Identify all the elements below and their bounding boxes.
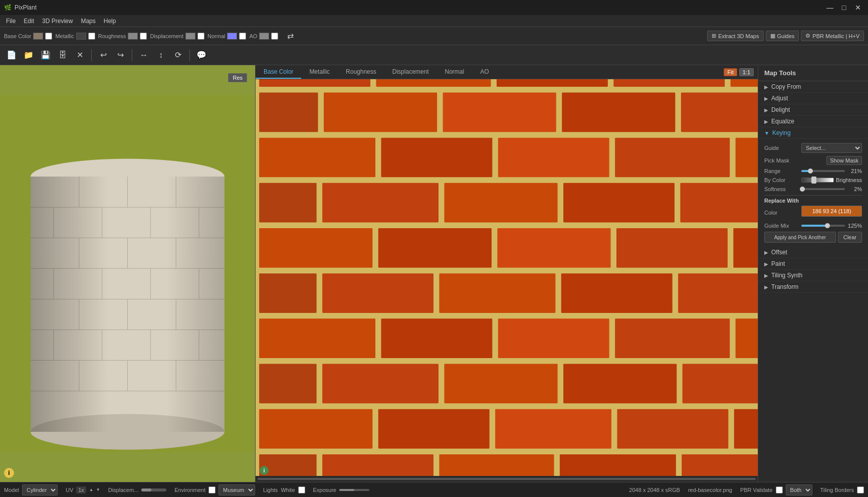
menu-help[interactable]: Help bbox=[100, 17, 120, 26]
displacement-swatch[interactable] bbox=[185, 33, 195, 40]
minimize-button[interactable]: — bbox=[824, 3, 836, 13]
roughness-checkbox[interactable] bbox=[140, 33, 147, 40]
h-scrollbar[interactable] bbox=[258, 478, 756, 480]
transform-section[interactable]: ▶ Transform bbox=[758, 281, 868, 293]
range-slider-thumb[interactable] bbox=[808, 169, 813, 174]
adjust-section[interactable]: ▶ Adjust bbox=[758, 93, 868, 104]
comment-button[interactable]: 💬 bbox=[194, 48, 209, 63]
new-file-button[interactable]: 📄 bbox=[4, 48, 19, 63]
displacement-checkbox[interactable] bbox=[197, 33, 204, 40]
adjust-label: Adjust bbox=[771, 95, 788, 102]
lights-checkbox[interactable] bbox=[298, 486, 305, 493]
base-color-swatch[interactable] bbox=[33, 33, 43, 40]
base-color-checkbox[interactable] bbox=[45, 33, 52, 40]
exposure-slider[interactable] bbox=[339, 489, 369, 491]
menubar: File Edit 3D Preview Maps Help bbox=[0, 15, 868, 27]
open-folder-button[interactable]: 📁 bbox=[21, 48, 36, 63]
close-file-button[interactable]: ✕ bbox=[72, 48, 87, 63]
save-copy-button[interactable]: 🗄 bbox=[55, 48, 70, 63]
menu-edit[interactable]: Edit bbox=[20, 17, 38, 26]
tiling-borders-checkbox[interactable] bbox=[857, 486, 864, 493]
tab-roughness[interactable]: Roughness bbox=[338, 65, 384, 79]
keying-section-header[interactable]: ▼ Keying bbox=[758, 127, 868, 139]
rotate-button[interactable]: ⟳ bbox=[170, 48, 185, 63]
close-button[interactable]: ✕ bbox=[852, 3, 864, 13]
range-slider-track[interactable] bbox=[801, 170, 845, 172]
paint-arrow: ▶ bbox=[764, 261, 768, 267]
res-preview-button[interactable]: Res bbox=[228, 73, 247, 82]
tab-normal[interactable]: Normal bbox=[437, 65, 472, 79]
show-mask-button[interactable]: Show Mask bbox=[826, 156, 862, 165]
guide-label: Guide bbox=[764, 145, 799, 151]
metallic-swatch[interactable] bbox=[76, 33, 86, 40]
flip-vertical-button[interactable]: ↕ bbox=[153, 48, 168, 63]
guides-button[interactable]: ▦ Guides bbox=[766, 31, 799, 41]
by-color-slider[interactable] bbox=[801, 178, 834, 183]
softness-row: Softness 2% bbox=[764, 186, 862, 192]
map-canvas[interactable]: i bbox=[256, 79, 758, 482]
softness-slider-thumb[interactable] bbox=[800, 187, 805, 192]
uv-stepper-down[interactable]: ▼ bbox=[96, 487, 100, 492]
menu-3d-preview[interactable]: 3D Preview bbox=[38, 17, 77, 26]
tab-ao[interactable]: AO bbox=[472, 65, 497, 79]
tiling-synth-section[interactable]: ▶ Tiling Synth bbox=[758, 270, 868, 281]
offset-section[interactable]: ▶ Offset bbox=[758, 247, 868, 258]
guide-select[interactable]: Select... bbox=[801, 143, 862, 153]
displacement-slider[interactable] bbox=[141, 488, 166, 491]
normal-swatch[interactable] bbox=[227, 33, 237, 40]
guide-row: Guide Select... bbox=[764, 143, 862, 153]
svg-rect-73 bbox=[322, 364, 439, 404]
window-controls: — □ ✕ bbox=[824, 3, 864, 13]
guide-mix-slider-thumb[interactable] bbox=[825, 223, 830, 228]
flip-horizontal-button[interactable]: ↔ bbox=[136, 48, 151, 63]
undo-button[interactable]: ↩ bbox=[96, 48, 111, 63]
maximize-button[interactable]: □ bbox=[838, 3, 850, 13]
both-select[interactable]: Both bbox=[786, 484, 812, 495]
roughness-swatch[interactable] bbox=[128, 33, 138, 40]
uv-stepper-up[interactable]: ▲ bbox=[89, 487, 93, 492]
tab-metallic[interactable]: Metallic bbox=[301, 65, 338, 79]
menu-maps[interactable]: Maps bbox=[77, 17, 99, 26]
map-fit-button[interactable]: Fit bbox=[724, 68, 737, 76]
swap-icon[interactable]: ⇄ bbox=[285, 31, 296, 41]
pbr-validate-checkbox[interactable] bbox=[776, 486, 783, 493]
normal-checkbox[interactable] bbox=[239, 33, 246, 40]
metallic-checkbox[interactable] bbox=[88, 33, 95, 40]
menu-file[interactable]: File bbox=[2, 17, 20, 26]
environment-checkbox[interactable] bbox=[208, 486, 215, 493]
apply-pick-another-button[interactable]: Apply and Pick Another bbox=[764, 232, 836, 243]
save-button[interactable]: 💾 bbox=[38, 48, 53, 63]
extract-3d-maps-button[interactable]: ⊞ Extract 3D Maps bbox=[707, 31, 763, 41]
tab-displacement[interactable]: Displacement bbox=[384, 65, 437, 79]
filename-label: red-basecolor.png bbox=[688, 487, 732, 493]
preview-svg bbox=[0, 65, 255, 482]
redo-button[interactable]: ↪ bbox=[113, 48, 128, 63]
equalize-section[interactable]: ▶ Equalize bbox=[758, 116, 868, 127]
center-panel: Base Color Metallic Roughness Displaceme… bbox=[256, 65, 758, 482]
delight-section[interactable]: ▶ Delight bbox=[758, 104, 868, 116]
displacement-status-group: Displacem... bbox=[108, 487, 167, 493]
svg-rect-69 bbox=[498, 318, 609, 358]
clear-button[interactable]: Clear bbox=[838, 232, 862, 243]
color-swatch[interactable]: 186 93 24 (118) bbox=[801, 206, 862, 217]
by-color-thumb[interactable] bbox=[811, 177, 816, 184]
range-row: Range 21% bbox=[764, 168, 862, 174]
map-tools-title: Map Tools bbox=[758, 65, 868, 81]
environment-select[interactable]: Museum bbox=[219, 484, 255, 495]
ao-swatch[interactable] bbox=[259, 33, 269, 40]
uv-value: 1x bbox=[76, 486, 86, 493]
tab-base-color[interactable]: Base Color bbox=[256, 65, 301, 79]
model-label: Model bbox=[4, 487, 19, 493]
model-select[interactable]: Cylinder bbox=[22, 484, 58, 495]
map-1to1-button[interactable]: 1:1 bbox=[739, 68, 754, 76]
tiling-borders-group: Tiling Borders bbox=[820, 486, 864, 493]
lights-label: Lights bbox=[263, 487, 278, 493]
guide-mix-slider-track[interactable] bbox=[801, 225, 845, 227]
pbr-preset-button[interactable]: ⚙ PBR Metallic | H+V bbox=[801, 31, 864, 41]
svg-rect-66 bbox=[678, 273, 758, 313]
softness-slider-track[interactable] bbox=[801, 188, 845, 190]
copy-from-section[interactable]: ▶ Copy From bbox=[758, 81, 868, 93]
roughness-group: Roughness bbox=[98, 33, 147, 40]
paint-section[interactable]: ▶ Paint bbox=[758, 258, 868, 270]
ao-checkbox[interactable] bbox=[271, 33, 278, 40]
